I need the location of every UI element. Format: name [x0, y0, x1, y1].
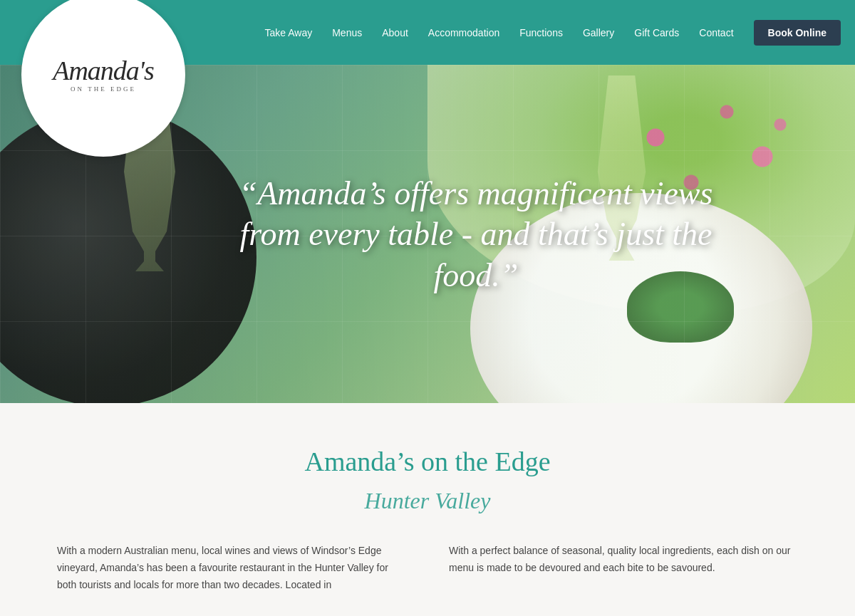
nav-menus[interactable]: Menus [332, 27, 362, 38]
content-col-left: With a modern Australian menu, local win… [57, 543, 406, 593]
logo-name: Amanda's [53, 57, 154, 84]
book-online-button[interactable]: Book Online [754, 20, 841, 46]
hero-quote-block: “Amanda’s offers magnificent views from … [234, 172, 718, 296]
nav-take-away[interactable]: Take Away [265, 27, 313, 38]
hero-quote-text: “Amanda’s offers magnificent views from … [234, 172, 718, 296]
nav-accommodation[interactable]: Accommodation [428, 27, 499, 38]
nav-contact[interactable]: Contact [699, 27, 733, 38]
main-nav: Take Away Menus About Accommodation Func… [265, 20, 841, 46]
logo[interactable]: Amanda's ON THE EDGE [21, 0, 185, 157]
nav-gallery[interactable]: Gallery [583, 27, 614, 38]
logo-subtitle: ON THE EDGE [71, 85, 136, 93]
nav-about[interactable]: About [382, 27, 408, 38]
content-text-left: With a modern Australian menu, local win… [57, 543, 406, 593]
nav-functions[interactable]: Functions [519, 27, 563, 38]
content-text-right: With a perfect balance of seasonal, qual… [449, 543, 798, 577]
content-col-right: With a perfect balance of seasonal, qual… [449, 543, 798, 593]
content-columns: With a modern Australian menu, local win… [57, 543, 798, 593]
nav-gift-cards[interactable]: Gift Cards [634, 27, 679, 38]
content-section: Amanda’s on the Edge Hunter Valley With … [0, 403, 855, 616]
section-script-subtitle: Hunter Valley [57, 488, 798, 514]
section-title: Amanda’s on the Edge [57, 446, 798, 477]
site-header: Amanda's ON THE EDGE Take Away Menus Abo… [0, 0, 855, 65]
